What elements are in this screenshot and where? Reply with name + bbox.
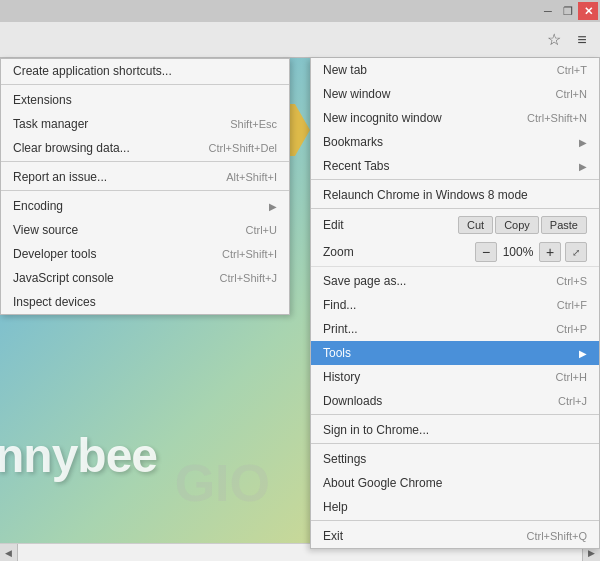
chrome-menu-icon[interactable]: ≡ [568,26,596,54]
submenu-item-view-source[interactable]: View source Ctrl+U [1,218,289,242]
submenu-item-extensions[interactable]: Extensions [1,88,289,112]
brand-text: nnybee [0,428,157,483]
restore-button[interactable]: ❐ [558,2,578,20]
zoom-percent: 100% [501,245,535,259]
copy-button[interactable]: Copy [495,216,539,234]
title-bar: ─ ❐ ✕ [0,0,600,22]
edit-row: Edit Cut Copy Paste [311,212,599,238]
cut-button[interactable]: Cut [458,216,493,234]
zoom-plus-button[interactable]: + [539,242,561,262]
menu-item-history[interactable]: History Ctrl+H [311,365,599,389]
paste-button[interactable]: Paste [541,216,587,234]
submenu-item-inspect-devices[interactable]: Inspect devices [1,290,289,314]
zoom-fullscreen-button[interactable]: ⤢ [565,242,587,262]
submenu-item-js-console[interactable]: JavaScript console Ctrl+Shift+J [1,266,289,290]
zoom-row: Zoom − 100% + ⤢ [311,238,599,267]
chrome-main-menu: New tab Ctrl+T New window Ctrl+N New inc… [310,58,600,549]
menu-item-about[interactable]: About Google Chrome [311,471,599,495]
zoom-minus-button[interactable]: − [475,242,497,262]
menu-item-exit[interactable]: Exit Ctrl+Shift+Q [311,524,599,548]
menu-item-find[interactable]: Find... Ctrl+F [311,293,599,317]
menu-item-new-tab[interactable]: New tab Ctrl+T [311,58,599,82]
submenu-item-report-issue[interactable]: Report an issue... Alt+Shift+I [1,165,289,191]
watermark-text: GIO [175,453,270,513]
tools-submenu: Create application shortcuts... Extensio… [0,58,290,315]
minimize-button[interactable]: ─ [538,2,558,20]
menu-item-print[interactable]: Print... Ctrl+P [311,317,599,341]
menu-item-help[interactable]: Help [311,495,599,521]
menu-item-downloads[interactable]: Downloads Ctrl+J [311,389,599,415]
menu-item-save-page[interactable]: Save page as... Ctrl+S [311,269,599,293]
menu-item-new-incognito[interactable]: New incognito window Ctrl+Shift+N [311,106,599,130]
menu-item-recent-tabs[interactable]: Recent Tabs ▶ [311,154,599,180]
menu-item-relaunch[interactable]: Relaunch Chrome in Windows 8 mode [311,183,599,209]
menu-item-new-window[interactable]: New window Ctrl+N [311,82,599,106]
submenu-item-developer-tools[interactable]: Developer tools Ctrl+Shift+I [1,242,289,266]
submenu-item-task-manager[interactable]: Task manager Shift+Esc [1,112,289,136]
submenu-item-create-shortcuts[interactable]: Create application shortcuts... [1,59,289,85]
menu-item-signin[interactable]: Sign in to Chrome... [311,418,599,444]
close-button[interactable]: ✕ [578,2,598,20]
bookmark-star-icon[interactable]: ☆ [540,26,568,54]
menu-item-bookmarks[interactable]: Bookmarks ▶ [311,130,599,154]
menu-item-tools[interactable]: Tools ▶ [311,341,599,365]
scroll-left-arrow[interactable]: ◀ [0,544,18,562]
browser-toolbar: ☆ ≡ [0,22,600,58]
submenu-item-encoding[interactable]: Encoding ▶ [1,194,289,218]
menu-item-settings[interactable]: Settings [311,447,599,471]
submenu-item-clear-browsing[interactable]: Clear browsing data... Ctrl+Shift+Del [1,136,289,162]
